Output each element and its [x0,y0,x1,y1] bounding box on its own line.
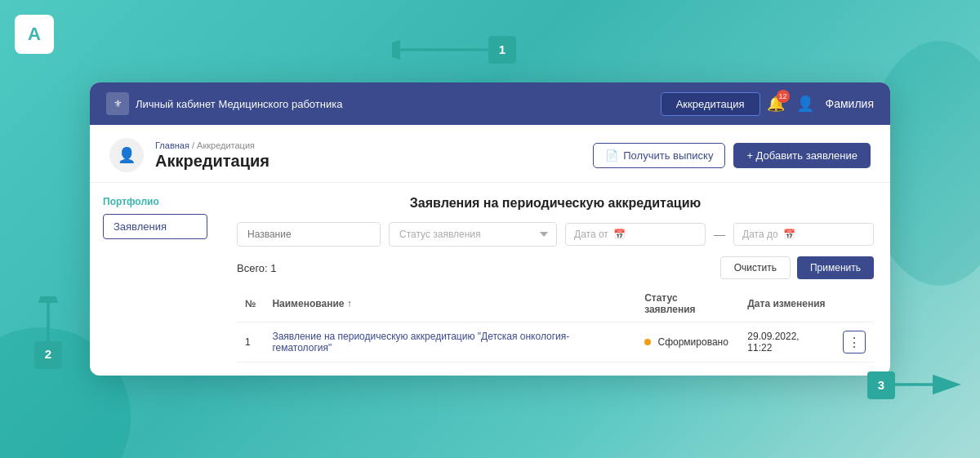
breadcrumb-home[interactable]: Главная [155,140,189,150]
svg-rect-2 [488,36,516,64]
nav-tab-accreditation[interactable]: Аккредитация [661,92,760,116]
total-label: Всего: 1 [237,262,277,274]
page-header-left: 👤 Главная / Аккредитация Аккредитация [109,138,270,172]
page-body: Портфолио Заявления Заявления на периоди… [90,183,890,376]
clear-button[interactable]: Очистить [720,256,791,279]
table-buttons: Очистить Применить [720,256,874,279]
nav-bar: ⚜ Личный кабинет Медицинского работника … [90,82,890,125]
table-actions-row: Всего: 1 Очистить Применить [237,256,874,279]
filter-row: Статус заявления Дата от 📅 — Дата до 📅 [237,222,874,247]
col-header-num: № [237,286,264,322]
calendar-icon: 📅 [613,229,626,240]
svg-text:3: 3 [878,378,884,392]
page-title: Аккредитация [155,152,270,171]
breadcrumb-current: Аккредитация [197,140,255,150]
table-row: 1 Заявление на периодическую аккредитаци… [237,322,874,362]
nav-logo-area: ⚜ Личный кабинет Медицинского работника [106,92,661,115]
apply-button[interactable]: Применить [797,256,874,279]
sidebar-item-applications[interactable]: Заявления [103,214,207,239]
cell-date: 29.09.2022, 11:22 [739,322,835,362]
add-application-button[interactable]: + Добавить заявление [733,143,871,168]
cell-actions: ⋮ [835,322,874,362]
main-content: Заявления на периодическую аккредитацию … [220,196,890,362]
application-link[interactable]: Заявление на периодическую аккредитацию … [272,331,569,354]
sidebar-section-label: Портфолио [103,196,207,207]
nav-bell-badge: 12 [777,90,790,103]
applications-table: № Наименование ↑ Статус заявления Дата и… [237,286,874,362]
nav-bell-button[interactable]: 🔔 12 [767,95,785,113]
nav-user-icon[interactable]: 👤 [796,95,814,113]
nav-title: Личный кабинет Медицинского работника [136,98,342,110]
page-header: 👤 Главная / Аккредитация Аккредитация 📄 … [90,125,890,183]
filter-status-select[interactable]: Статус заявления [389,222,557,247]
svg-rect-10 [867,371,895,399]
export-icon: 📄 [605,149,618,162]
row-action-button[interactable]: ⋮ [843,331,866,354]
cell-name: Заявление на периодическую аккредитацию … [264,322,636,362]
page-icon: 👤 [109,138,144,172]
col-header-actions [835,286,874,322]
breadcrumb: Главная / Аккредитация [155,140,270,150]
svg-text:1: 1 [499,42,506,56]
col-header-name[interactable]: Наименование ↑ [264,286,636,322]
nav-ministry-icon: ⚜ [106,92,129,115]
section-title: Заявления на периодическую аккредитацию [237,196,874,211]
filter-name-input[interactable] [237,222,381,247]
filter-date-to[interactable]: Дата до 📅 [733,223,874,246]
calendar-icon-to: 📅 [783,229,795,240]
status-text: Сформировано [657,336,728,348]
nav-right: 🔔 12 👤 Фамилия [767,95,874,113]
col-header-status: Статус заявления [636,286,739,322]
filter-date-from[interactable]: Дата от 📅 [565,223,706,246]
table-header-row: № Наименование ↑ Статус заявления Дата и… [237,286,874,322]
annotation-arrow-1: 1 [392,29,523,78]
sidebar: Портфолио Заявления [90,196,220,362]
date-dash: — [714,228,725,241]
export-button[interactable]: 📄 Получить выписку [593,143,725,168]
col-header-date: Дата изменения [739,286,835,322]
cell-num: 1 [237,322,264,362]
page-title-area: Главная / Аккредитация Аккредитация [155,140,270,171]
cell-status: Сформировано [636,322,739,362]
main-window: ⚜ Личный кабинет Медицинского работника … [90,82,890,376]
nav-username: Фамилия [826,97,874,110]
page-header-right: 📄 Получить выписку + Добавить заявление [593,143,871,168]
status-dot [644,339,651,345]
app-logo: A [15,15,54,54]
